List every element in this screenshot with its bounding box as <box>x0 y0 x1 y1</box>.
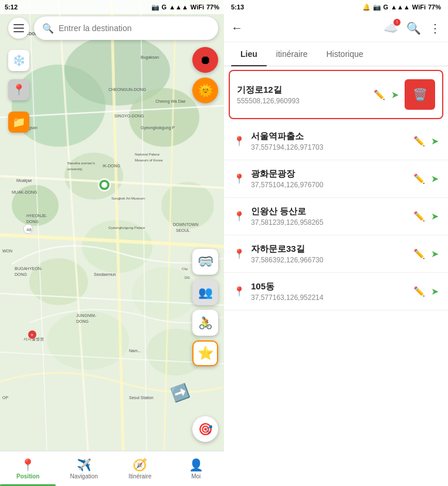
pin-icon-4: 📍 <box>233 211 245 222</box>
svg-text:JUNGNIM-: JUNGNIM- <box>76 313 97 318</box>
nav-item-moi[interactable]: 👤 Moi <box>168 454 225 483</box>
navigate-button-1[interactable]: ➤ <box>391 89 399 100</box>
svg-text:National Palace: National Palace <box>135 153 160 156</box>
place-actions-2: ✏️ ➤ <box>413 136 439 147</box>
back-button[interactable]: ← <box>231 21 243 35</box>
time-left: 5:12 <box>5 4 18 11</box>
grey-location-button[interactable]: 📍 <box>8 79 29 100</box>
place-coords-5: 37,586392,126,966730 <box>251 256 408 264</box>
weather-button[interactable]: 🌞 <box>192 77 218 103</box>
edit-button-4[interactable]: ✏️ <box>413 211 425 222</box>
place-item-2[interactable]: 📍 서울역파출소 37,557194,126,971703 ✏️ ➤ <box>224 123 448 160</box>
svg-text:BUGAHYEON-: BUGAHYEON- <box>15 266 43 271</box>
place-info-4: 인왕산 등산로 37,581239,126,958265 <box>251 206 408 227</box>
search-input[interactable] <box>59 23 210 33</box>
svg-text:+: + <box>30 332 33 338</box>
place-name-2: 서울역파출소 <box>251 131 408 142</box>
place-item-4[interactable]: 📍 인왕산 등산로 37,581239,126,958265 ✏️ ➤ <box>224 198 448 235</box>
edit-button-6[interactable]: ✏️ <box>413 286 425 297</box>
svg-text:MUAK-DONG: MUAK-DONG <box>12 190 38 194</box>
svg-text:Seodaemun: Seodaemun <box>94 272 116 276</box>
svg-text:SEOUL: SEOUL <box>176 228 190 232</box>
nav-label-itineraire: Itinéraire <box>128 473 151 480</box>
place-item-6[interactable]: 📍 105동 37,577163,126,952214 ✏️ ➤ <box>224 273 448 310</box>
avatar-button[interactable]: 🥽 <box>192 249 218 275</box>
svg-text:Museum of Korea: Museum of Korea <box>135 158 163 162</box>
search-bar[interactable]: 🔍 <box>34 16 218 40</box>
nav-label-position: Position <box>16 473 39 480</box>
record-button[interactable]: ⏺ <box>192 47 218 73</box>
svg-text:Bugaksan: Bugaksan <box>141 55 159 60</box>
navigate-button-6[interactable]: ➤ <box>431 286 439 297</box>
svg-text:Gyeonghuigung Palace: Gyeonghuigung Palace <box>108 226 145 230</box>
svg-text:Sungkok Art Museum: Sungkok Art Museum <box>111 197 145 200</box>
navigate-button-2[interactable]: ➤ <box>431 136 439 147</box>
hamburger-button[interactable] <box>8 18 29 39</box>
battery-left: 77% <box>206 4 219 11</box>
place-actions-5: ✏️ ➤ <box>413 248 439 259</box>
place-coords-4: 37,581239,126,958265 <box>251 218 408 227</box>
place-actions-4: ✏️ ➤ <box>413 211 439 222</box>
navigate-button-4[interactable]: ➤ <box>431 211 439 222</box>
svg-text:DONG: DONG <box>15 272 27 276</box>
cloud-icon[interactable]: ☁️ ! <box>383 21 398 35</box>
signal-icon-right: ▲▲▲ <box>391 4 410 11</box>
place-name-6: 105동 <box>251 281 408 292</box>
place-item-3[interactable]: 📍 광화문광장 37,575104,126,976700 ✏️ ➤ <box>224 160 448 198</box>
svg-text:DG: DG <box>185 276 190 279</box>
notification-icon: 🔔 <box>362 4 371 11</box>
search-icon-right[interactable]: 🔍 <box>406 21 421 35</box>
nav-item-navigation[interactable]: ✈️ Navigation <box>56 454 113 483</box>
edit-button-1[interactable]: ✏️ <box>374 89 385 100</box>
tab-lieu[interactable]: Lieu <box>231 42 267 66</box>
svg-text:CHEONGUN-DONG: CHEONGUN-DONG <box>108 87 146 92</box>
svg-rect-67 <box>13 31 24 32</box>
places-list: 기정로12길 555508,126,960993 ✏️ ➤ 🗑️ 📍 서울역파출… <box>224 66 448 486</box>
edit-button-5[interactable]: ✏️ <box>413 248 425 259</box>
navigate-button-3[interactable]: ➤ <box>431 173 439 184</box>
star-highlight-button[interactable]: ⭐ <box>192 340 218 366</box>
tabs-row: Lieu itinéraire Historique <box>224 42 448 66</box>
place-name-3: 광화문광장 <box>251 168 408 180</box>
position-icon: 📍 <box>21 458 35 472</box>
place-info-6: 105동 37,577163,126,952214 <box>251 281 408 302</box>
svg-rect-65 <box>13 24 24 25</box>
place-actions-1: ✏️ ➤ 🗑️ <box>374 79 435 110</box>
nav-label-moi: Moi <box>191 473 201 480</box>
bottom-nav: 📍 Position ✈️ Navigation 🧭 Itinéraire 👤 … <box>0 451 224 486</box>
g-icon-right: G <box>383 4 389 11</box>
place-actions-3: ✏️ ➤ <box>413 173 439 184</box>
place-info-3: 광화문광장 37,575104,126,976700 <box>251 168 408 189</box>
delete-button-1[interactable]: 🗑️ <box>405 79 435 110</box>
svg-text:Muakjae: Muakjae <box>16 178 32 183</box>
navigate-button-5[interactable]: ➤ <box>431 248 439 259</box>
camera-icon-right: 📷 <box>373 4 381 11</box>
itineraire-icon: 🧭 <box>133 458 147 472</box>
nav-item-position[interactable]: 📍 Position <box>0 454 56 483</box>
nav-item-itineraire[interactable]: 🧭 Itinéraire <box>112 454 168 483</box>
svg-text:Cheong Wa Dae: Cheong Wa Dae <box>155 99 186 104</box>
pin-icon-6: 📍 <box>233 286 245 297</box>
user-active-button[interactable]: 🚴 <box>192 310 218 336</box>
edit-button-2[interactable]: ✏️ <box>413 136 425 147</box>
place-item-5[interactable]: 📍 자하문로33길 37,586392,126,966730 ✏️ ➤ <box>224 235 448 273</box>
more-options-icon[interactable]: ⋮ <box>429 21 441 35</box>
header-right: ← ☁️ ! 🔍 ⋮ <box>224 14 448 42</box>
svg-text:Nam...: Nam... <box>129 349 141 353</box>
map-panel: 5:12 📷 G ▲▲▲ WiFi 77% <box>0 0 224 486</box>
snowflake-button[interactable]: ❄️ <box>8 50 29 71</box>
my-location-button[interactable]: 🎯 <box>192 416 218 442</box>
place-item-1[interactable]: 기정로12길 555508,126,960993 ✏️ ➤ 🗑️ <box>229 70 443 119</box>
tab-itineraire[interactable]: itinéraire <box>267 42 317 66</box>
svg-rect-66 <box>13 28 24 29</box>
edit-button-3[interactable]: ✏️ <box>413 173 425 184</box>
svg-text:university: university <box>67 167 82 171</box>
svg-text:SINGYO-DONG: SINGYO-DONG <box>114 114 144 118</box>
group-button[interactable]: 👥 <box>192 279 218 305</box>
place-coords-6: 37,577163,126,952214 <box>251 293 408 302</box>
folder-button[interactable]: 📁 <box>8 112 29 133</box>
signal-icon: ▲▲▲ <box>169 4 188 11</box>
tab-historique[interactable]: Historique <box>317 42 372 66</box>
battery-right: 77% <box>428 4 441 11</box>
svg-point-64 <box>101 182 107 188</box>
